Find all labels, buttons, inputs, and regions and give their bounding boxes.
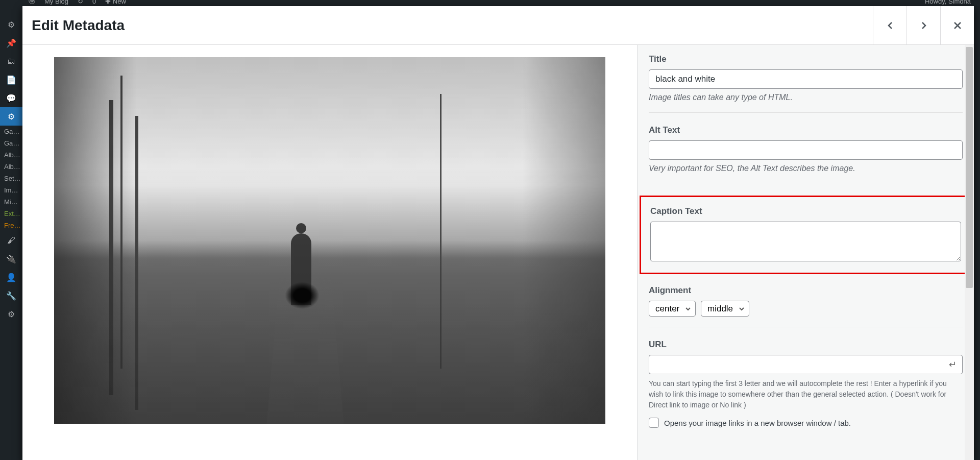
modal-header: Edit Metadata: [22, 6, 974, 45]
url-field-group: URL ↵ You can start typing the first 3 l…: [649, 340, 963, 428]
metadata-form-panel: Title Image titles can take any type of …: [637, 45, 974, 460]
open-new-window-label: Opens your image links in a new browser …: [664, 419, 851, 427]
image-preview-panel: [22, 45, 637, 460]
url-input[interactable]: [649, 355, 963, 374]
sidebar-item[interactable]: Ga…: [0, 137, 22, 149]
sidebar-item[interactable]: Mi…: [0, 196, 22, 208]
alt-text-field-group: Alt Text Very important for SEO, the Alt…: [649, 125, 963, 183]
sidebar-item[interactable]: Ext…: [0, 208, 22, 220]
url-label: URL: [649, 340, 963, 350]
open-new-window-checkbox[interactable]: [649, 418, 659, 428]
active-menu-icon[interactable]: ⚙: [0, 107, 22, 126]
wp-admin-bar: ⓦ My Blog ↻ 0 ✚ New Howdy, Simona: [22, 0, 980, 5]
howdy-text[interactable]: Howdy, Simona: [925, 0, 980, 5]
media-icon[interactable]: 🗂: [0, 52, 22, 70]
appearance-icon[interactable]: 🖌: [0, 231, 22, 250]
scrollbar-track[interactable]: [965, 45, 974, 460]
link-icon[interactable]: ↵: [949, 359, 957, 370]
image-preview: [54, 57, 605, 424]
wp-logo-icon[interactable]: ⓦ: [29, 0, 35, 5]
wp-admin-sidebar: ⚙ 📌 🗂 📄 💬 ⚙ Ga… Ga… Alb… Alb… Set… Im… M…: [0, 0, 22, 460]
next-button[interactable]: [906, 6, 940, 44]
sidebar-item[interactable]: Alb…: [0, 161, 22, 173]
alignment-horizontal-select[interactable]: center: [649, 301, 696, 317]
sidebar-item[interactable]: Im…: [0, 184, 22, 196]
settings-icon[interactable]: ⚙: [0, 305, 22, 323]
caption-highlight-box: Caption Text: [640, 196, 972, 274]
sidebar-item[interactable]: Set…: [0, 173, 22, 184]
dashboard-icon[interactable]: ⚙: [0, 15, 22, 34]
close-icon: [953, 21, 962, 30]
chevron-left-icon: [885, 20, 895, 31]
tools-icon[interactable]: 🔧: [0, 286, 22, 305]
alt-text-hint: Very important for SEO, the Alt Text des…: [649, 164, 963, 173]
comments-icon[interactable]: 💬: [0, 89, 22, 107]
sidebar-item[interactable]: Alb…: [0, 149, 22, 161]
alignment-vertical-select[interactable]: middle: [701, 301, 749, 317]
caption-label: Caption Text: [650, 206, 961, 216]
users-icon[interactable]: 👤: [0, 268, 22, 286]
edit-metadata-modal: Edit Metadata Title: [22, 6, 974, 460]
comments-count[interactable]: 0: [92, 0, 96, 5]
alignment-field-group: Alignment center middle: [649, 285, 963, 327]
caption-textarea[interactable]: [650, 222, 961, 261]
pin-icon[interactable]: 📌: [0, 34, 22, 52]
chevron-right-icon: [919, 20, 929, 31]
sidebar-item[interactable]: Ga…: [0, 126, 22, 137]
title-field-group: Title Image titles can take any type of …: [649, 54, 963, 113]
sidebar-item[interactable]: Fre…: [0, 220, 22, 231]
new-label[interactable]: New: [113, 0, 126, 5]
title-label: Title: [649, 54, 963, 64]
pages-icon[interactable]: 📄: [0, 70, 22, 89]
prev-button[interactable]: [873, 6, 906, 44]
alt-text-label: Alt Text: [649, 125, 963, 135]
title-input[interactable]: [649, 69, 963, 89]
alignment-label: Alignment: [649, 285, 963, 296]
modal-title: Edit Metadata: [32, 17, 125, 34]
updates-icon[interactable]: ↻: [78, 0, 83, 5]
site-name[interactable]: My Blog: [44, 0, 68, 5]
scrollbar-thumb[interactable]: [966, 47, 973, 288]
close-button[interactable]: [940, 6, 974, 44]
title-hint: Image titles can take any type of HTML.: [649, 93, 963, 102]
plugins-icon[interactable]: 🔌: [0, 250, 22, 268]
alt-text-input[interactable]: [649, 140, 963, 160]
url-hint: You can start typing the first 3 letter …: [649, 378, 963, 410]
